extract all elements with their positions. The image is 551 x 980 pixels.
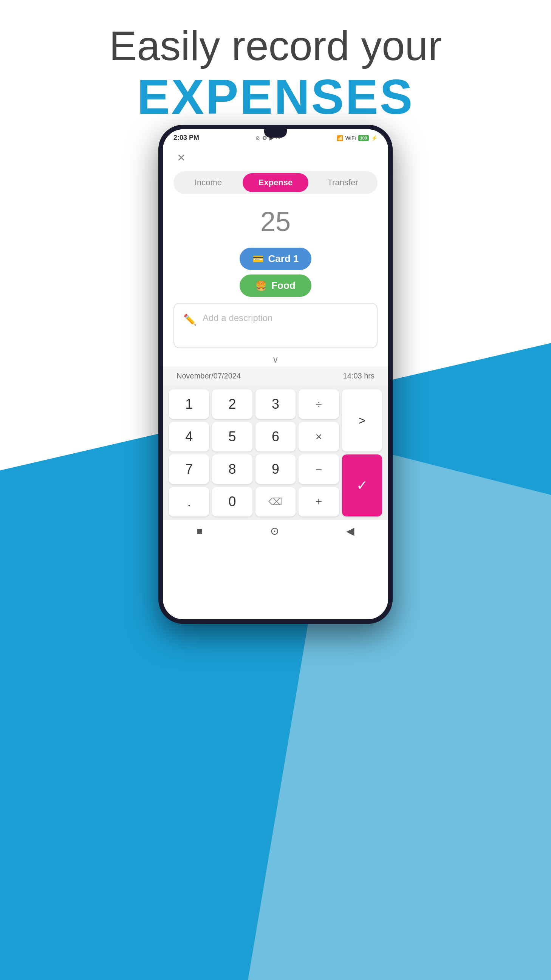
nav-home-icon[interactable]: ■ [197, 525, 203, 537]
phone-mockup: 2:03 PM ⊘ ⚙ ▶ ··· 📶 WiFi 100 ⚡ ✕ [158, 125, 393, 624]
phone-screen: 2:03 PM ⊘ ⚙ ▶ ··· 📶 WiFi 100 ⚡ ✕ [163, 129, 388, 619]
close-btn-row: ✕ [163, 145, 388, 168]
description-box[interactable]: ✏️ Add a description [173, 303, 378, 348]
status-time: 2:03 PM [173, 134, 199, 142]
phone-outer: 2:03 PM ⊘ ⚙ ▶ ··· 📶 WiFi 100 ⚡ ✕ [158, 125, 393, 624]
calc-btn-9[interactable]: 9 [256, 455, 295, 484]
tab-transfer[interactable]: Transfer [310, 173, 376, 192]
chevron-row[interactable]: ∨ [163, 351, 388, 366]
calc-btn-0[interactable]: 0 [212, 487, 252, 517]
tag-card-label: Card 1 [268, 253, 299, 265]
food-icon: 🍔 [256, 280, 267, 291]
calculator-grid: 1 2 3 ÷ > 4 5 6 × 7 8 9 − [163, 386, 388, 520]
datetime-bar: November/07/2024 14:03 hrs [163, 366, 388, 386]
close-button[interactable]: ✕ [173, 150, 189, 165]
phone-notch [264, 129, 287, 138]
header: Easily record your EXPENSES [0, 23, 551, 125]
calc-btn-1[interactable]: 1 [169, 390, 209, 419]
calc-btn-4[interactable]: 4 [169, 422, 209, 452]
calc-btn-minus[interactable]: − [299, 455, 338, 484]
calc-btn-3[interactable]: 3 [256, 390, 295, 419]
nav-circle-icon[interactable]: ⊙ [270, 525, 279, 537]
amount-display: 25 [163, 197, 388, 245]
tab-income[interactable]: Income [175, 173, 241, 192]
transaction-type-tabs: Income Expense Transfer [173, 171, 378, 194]
calc-btn-plus[interactable]: + [299, 487, 338, 517]
header-subtitle: Easily record your [0, 23, 551, 68]
calc-btn-confirm[interactable]: ✓ [342, 455, 382, 517]
calc-btn-delete[interactable]: ⌫ [256, 487, 295, 517]
calc-btn-divide[interactable]: ÷ [299, 390, 338, 419]
calc-btn-8[interactable]: 8 [212, 455, 252, 484]
bottom-navigation: ■ ⊙ ◀ [163, 520, 388, 545]
tag-food-button[interactable]: 🍔 Food [240, 275, 311, 297]
time-display[interactable]: 14:03 hrs [343, 372, 375, 380]
calc-btn-2[interactable]: 2 [212, 390, 252, 419]
calc-btn-5[interactable]: 5 [212, 422, 252, 452]
edit-icon: ✏️ [183, 313, 197, 326]
calc-btn-multiply[interactable]: × [299, 422, 338, 452]
card-icon: 💳 [252, 254, 264, 264]
chevron-down-icon: ∨ [272, 354, 279, 364]
calc-btn-6[interactable]: 6 [256, 422, 295, 452]
date-display[interactable]: November/07/2024 [176, 372, 241, 380]
wifi-icon: WiFi [345, 135, 356, 141]
tag-food-label: Food [272, 280, 295, 291]
tab-expense[interactable]: Expense [243, 173, 308, 192]
calc-btn-decimal[interactable]: . [169, 487, 209, 517]
charging-icon: ⚡ [371, 135, 378, 141]
description-placeholder: Add a description [203, 313, 273, 323]
alarm-icon: ⊘ [256, 135, 260, 141]
tag-card-button[interactable]: 💳 Card 1 [240, 248, 311, 270]
battery-icon: 100 [358, 135, 369, 141]
app-content: ✕ Income Expense Transfer 25 💳 Card 1 [163, 145, 388, 520]
nav-back-icon[interactable]: ◀ [346, 525, 354, 537]
calc-btn-next[interactable]: > [342, 390, 382, 452]
header-title: EXPENSES [0, 68, 551, 125]
calc-btn-7[interactable]: 7 [169, 455, 209, 484]
signal-icon: 📶 [337, 135, 343, 141]
tags-container: 💳 Card 1 🍔 Food [163, 248, 388, 297]
status-connectivity: 📶 WiFi 100 ⚡ [337, 135, 378, 141]
